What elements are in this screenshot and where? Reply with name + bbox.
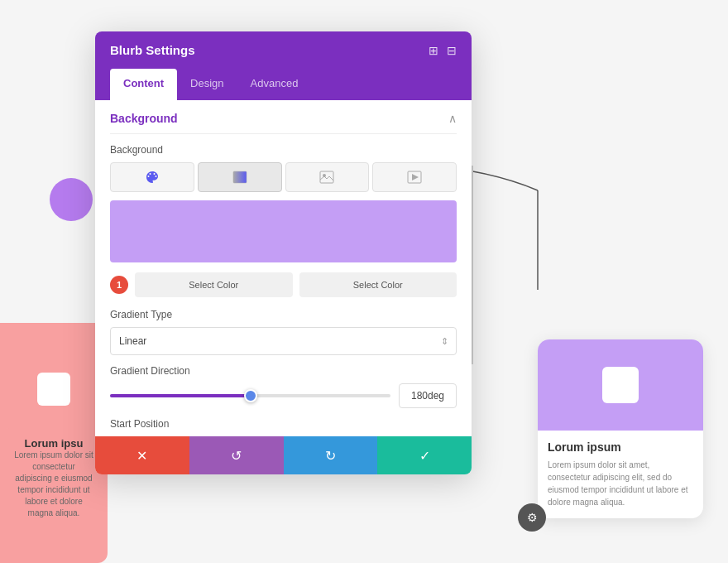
- slider-thumb[interactable]: [244, 389, 257, 402]
- right-card-header: [538, 339, 703, 431]
- left-preview-title: Lorum ipsu: [7, 437, 101, 450]
- modal-tabs: Content Design Advanced: [95, 69, 472, 100]
- settings-icon-btn[interactable]: ⚙: [518, 503, 546, 532]
- cancel-button[interactable]: ✕: [95, 436, 189, 474]
- right-card-icon: [602, 367, 639, 403]
- blurb-settings-modal: Blurb Settings ⊞ ⊟ Content Design Advanc…: [95, 31, 472, 474]
- direction-row: [110, 383, 457, 408]
- bg-type-color[interactable]: [110, 162, 194, 192]
- left-preview-icon: [37, 373, 70, 406]
- modal-header: Blurb Settings ⊞ ⊟: [95, 31, 472, 69]
- direction-slider[interactable]: [110, 387, 390, 404]
- start-position-label: Start Position: [110, 418, 457, 430]
- slider-track: [110, 394, 390, 397]
- vertical-divider: [472, 166, 473, 364]
- select-color-btn-2[interactable]: Select Color: [299, 272, 457, 297]
- slider-fill: [110, 394, 251, 397]
- bg-type-image[interactable]: [285, 162, 370, 192]
- modal-body: Background ∧ Background: [95, 100, 472, 430]
- gradient-direction-field: Gradient Direction: [110, 365, 457, 408]
- svg-rect-1: [320, 171, 333, 183]
- right-card-body: Lorum ipsum Lorem ipsum dolor sit amet, …: [538, 431, 703, 518]
- direction-value-input[interactable]: [399, 383, 457, 408]
- gradient-type-select[interactable]: Linear Radial Conic: [110, 327, 457, 355]
- redo-button[interactable]: ↻: [284, 436, 378, 474]
- gradient-type-label: Gradient Type: [110, 309, 457, 320]
- right-card-text: Lorem ipsum dolor sit amet, consectetur …: [548, 459, 693, 508]
- left-preview-card: Lorum ipsu Lorem ipsum dolor sit consect…: [0, 356, 108, 527]
- svg-rect-0: [233, 171, 247, 183]
- tab-design[interactable]: Design: [177, 69, 237, 100]
- section-header: Background ∧: [110, 100, 457, 134]
- bg-purple-circle: [50, 178, 93, 221]
- modal-footer: ✕ ↺ ↻ ✓: [95, 436, 472, 474]
- right-preview-card: Lorum ipsum Lorem ipsum dolor sit amet, …: [538, 339, 703, 518]
- section-collapse-icon[interactable]: ∧: [448, 112, 457, 125]
- reset-button[interactable]: ↺: [189, 436, 284, 474]
- bg-type-row: [110, 162, 457, 192]
- gradient-type-field: Gradient Type Linear Radial Conic: [110, 309, 457, 355]
- gradient-stop-number: 1: [110, 276, 128, 294]
- modal-title: Blurb Settings: [110, 43, 195, 57]
- right-card-title: Lorum ipsum: [548, 440, 693, 454]
- gradient-direction-label: Gradient Direction: [110, 365, 457, 377]
- background-field-label: Background: [110, 144, 457, 156]
- tab-advanced[interactable]: Advanced: [237, 69, 312, 100]
- svg-marker-4: [412, 174, 419, 180]
- section-title: Background: [110, 112, 178, 125]
- tab-content[interactable]: Content: [110, 69, 177, 100]
- save-button[interactable]: ✓: [377, 436, 472, 474]
- modal-icon-collapse[interactable]: ⊟: [447, 44, 457, 57]
- gradient-type-select-wrapper: Linear Radial Conic: [110, 327, 457, 355]
- bg-type-video[interactable]: [372, 162, 457, 192]
- select-color-btn-1[interactable]: Select Color: [135, 272, 293, 297]
- modal-header-icons: ⊞ ⊟: [429, 44, 457, 57]
- gradient-stops-row: 1 Select Color Select Color: [110, 272, 457, 297]
- left-preview-text: Lorem ipsum dolor sit consectetur adipis…: [7, 450, 101, 519]
- modal-icon-expand[interactable]: ⊞: [429, 44, 438, 57]
- bg-type-gradient[interactable]: [198, 162, 282, 192]
- gradient-preview: [110, 200, 457, 262]
